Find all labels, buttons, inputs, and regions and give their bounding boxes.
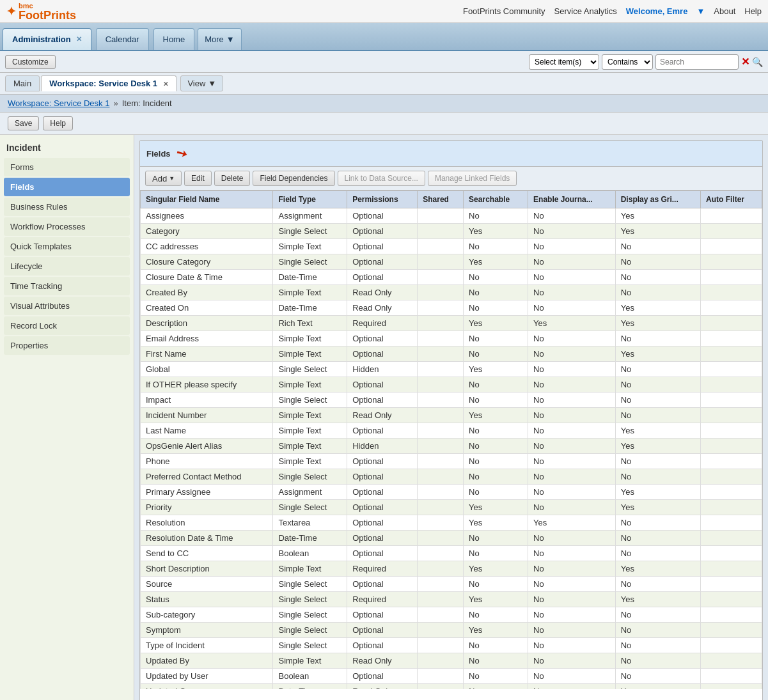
subtab-workspace[interactable]: Workspace: Service Desk 1 ✕	[41, 75, 176, 91]
add-dropdown-icon: ▼	[169, 175, 175, 182]
sidebar-item-record-lock[interactable]: Record Lock	[4, 316, 130, 335]
analytics-link[interactable]: Service Analytics	[554, 6, 617, 16]
tab-close-administration[interactable]: ✕	[76, 35, 82, 43]
manage-linked-button[interactable]: Manage Linked Fields	[428, 171, 517, 186]
table-row[interactable]: Updated OnDate-TimeRead OnlyNoNoYes	[141, 684, 762, 690]
col-shared: Shared	[418, 191, 464, 208]
table-row[interactable]: If OTHER please specifySimple TextOption…	[141, 377, 762, 393]
field-deps-button[interactable]: Field Dependencies	[253, 171, 334, 186]
subtab-main[interactable]: Main	[5, 75, 40, 91]
table-row[interactable]: Preferred Contact MethodSingle SelectOpt…	[141, 469, 762, 485]
table-header-row: Singular Field Name Field Type Permissio…	[141, 191, 762, 208]
search-input[interactable]	[655, 54, 739, 70]
col-journal: Enable Journa...	[528, 191, 616, 208]
tab-calendar[interactable]: Calendar	[96, 28, 149, 50]
table-row[interactable]: ImpactSingle SelectOptionalNoNoNo	[141, 393, 762, 408]
breadcrumb-link[interactable]: Workspace: Service Desk 1	[8, 98, 109, 108]
col-grid: Display as Gri...	[615, 191, 700, 208]
fields-title: Fields	[146, 149, 171, 159]
table-row[interactable]: StatusSingle SelectRequiredYesNoYes	[141, 592, 762, 607]
add-button[interactable]: Add ▼	[145, 171, 182, 186]
save-button[interactable]: Save	[8, 116, 39, 130]
table-row[interactable]: SymptomSingle SelectOptionalYesNoNo	[141, 623, 762, 638]
table-row[interactable]: Created OnDate-TimeRead OnlyNoNoYes	[141, 300, 762, 316]
col-filter: Auto Filter	[701, 191, 762, 208]
community-link[interactable]: FootPrints Community	[463, 6, 545, 16]
sidebar-item-quick-templates[interactable]: Quick Templates	[4, 237, 130, 256]
fields-header: Fields ➘	[140, 141, 762, 167]
table-row[interactable]: PhoneSimple TextOptionalNoNoNo	[141, 454, 762, 469]
table-row[interactable]: Short DescriptionSimple TextRequiredYesN…	[141, 561, 762, 577]
table-row[interactable]: DescriptionRich TextRequiredYesYesYes	[141, 316, 762, 331]
sidebar-item-workflow-processes[interactable]: Workflow Processes	[4, 217, 130, 236]
tab-more[interactable]: More ▼	[198, 28, 242, 50]
table-row[interactable]: CC addressesSimple TextOptionalNoNoNo	[141, 239, 762, 254]
welcome-dropdown-icon[interactable]: ▼	[696, 6, 705, 16]
subtab-close-workspace[interactable]: ✕	[163, 81, 168, 88]
table-row[interactable]: Send to CCBooleanOptionalNoNoNo	[141, 546, 762, 561]
col-field-name: Singular Field Name	[141, 191, 273, 208]
breadcrumb: Workspace: Service Desk 1 » Item: Incide…	[0, 95, 768, 113]
top-bar: ✦ bmc FootPrints FootPrints Community Se…	[0, 0, 768, 23]
sidebar-item-business-rules[interactable]: Business Rules	[4, 198, 130, 216]
view-dropdown-icon: ▼	[208, 79, 216, 88]
bmc-label: bmc	[19, 2, 76, 10]
main-content: Incident FormsFieldsBusiness RulesWorkfl…	[0, 135, 768, 700]
table-row[interactable]: Closure Date & TimeDate-TimeOptionalNoNo…	[141, 270, 762, 285]
search-select-dropdown[interactable]: Select item(s)	[529, 54, 599, 70]
table-row[interactable]: Last NameSimple TextOptionalNoNoYes	[141, 423, 762, 439]
sidebar-item-time-tracking[interactable]: Time Tracking	[4, 277, 130, 295]
table-row[interactable]: Closure CategorySingle SelectOptionalYes…	[141, 254, 762, 270]
table-row[interactable]: OpsGenie Alert AliasSimple TextHiddenNoN…	[141, 439, 762, 454]
table-row[interactable]: First NameSimple TextOptionalNoNoYes	[141, 346, 762, 362]
contains-dropdown[interactable]: Contains	[602, 54, 653, 70]
sub-tab-bar: Main Workspace: Service Desk 1 ✕ View ▼	[0, 73, 768, 95]
sidebar: Incident FormsFieldsBusiness RulesWorkfl…	[0, 135, 134, 700]
sidebar-item-fields[interactable]: Fields	[4, 178, 130, 196]
sidebar-item-lifecycle[interactable]: Lifecycle	[4, 257, 130, 276]
help-button[interactable]: Help	[43, 116, 73, 130]
breadcrumb-separator: »	[113, 98, 118, 108]
sidebar-item-properties[interactable]: Properties	[4, 336, 130, 355]
table-row[interactable]: AssigneesAssignmentOptionalNoNoYes	[141, 208, 762, 224]
help-link[interactable]: Help	[744, 6, 762, 16]
search-area: Select item(s) Contains ✕ 🔍	[529, 54, 763, 70]
logo: ✦ bmc FootPrints	[6, 2, 76, 21]
table-row[interactable]: CategorySingle SelectOptionalYesNoYes	[141, 224, 762, 239]
search-go-button[interactable]: 🔍	[752, 57, 763, 67]
table-row[interactable]: ResolutionTextareaOptionalYesYesNo	[141, 515, 762, 531]
fields-table-container: Singular Field Name Field Type Permissio…	[140, 191, 762, 689]
col-field-type: Field Type	[273, 191, 347, 208]
footprints-label: FootPrints	[19, 10, 76, 21]
search-clear-button[interactable]: ✕	[741, 56, 749, 68]
table-row[interactable]: Type of IncidentSingle SelectOptionalNoN…	[141, 638, 762, 653]
table-row[interactable]: Incident NumberSimple TextRead OnlyYesNo…	[141, 408, 762, 423]
subtab-view[interactable]: View ▼	[180, 75, 223, 91]
link-to-ds-button[interactable]: Link to Data Source...	[338, 171, 425, 186]
sidebar-item-forms[interactable]: Forms	[4, 158, 130, 176]
col-searchable: Searchable	[464, 191, 528, 208]
customize-button[interactable]: Customize	[5, 55, 56, 69]
tab-home[interactable]: Home	[153, 28, 195, 50]
table-row[interactable]: Updated by UserBooleanOptionalNoNoNo	[141, 669, 762, 684]
main-toolbar: Customize Select item(s) Contains ✕ 🔍	[0, 51, 768, 73]
edit-button[interactable]: Edit	[184, 171, 212, 186]
table-row[interactable]: SourceSingle SelectOptionalNoNoNo	[141, 577, 762, 592]
table-row[interactable]: GlobalSingle SelectHiddenYesNoNo	[141, 362, 762, 377]
more-dropdown-icon: ▼	[226, 35, 235, 44]
table-row[interactable]: Sub-categorySingle SelectOptionalNoNoNo	[141, 607, 762, 623]
table-row[interactable]: Resolution Date & TimeDate-TimeOptionalN…	[141, 531, 762, 546]
about-link[interactable]: About	[714, 6, 735, 16]
arrow-indicator: ➘	[173, 144, 190, 162]
table-row[interactable]: Email AddressSimple TextOptionalNoNoNo	[141, 331, 762, 346]
sidebar-item-visual-attributes[interactable]: Visual Attributes	[4, 297, 130, 315]
breadcrumb-current: Item: Incident	[122, 98, 172, 108]
table-row[interactable]: Updated BySimple TextRead OnlyNoNoNo	[141, 653, 762, 669]
table-row[interactable]: PrioritySingle SelectOptionalYesNoYes	[141, 500, 762, 515]
tab-administration[interactable]: Administration ✕	[3, 28, 91, 50]
table-row[interactable]: Created BySimple TextRead OnlyNoNoNo	[141, 285, 762, 300]
delete-button[interactable]: Delete	[214, 171, 251, 186]
welcome-link[interactable]: Welcome, Emre	[626, 6, 688, 16]
top-links: FootPrints Community Service Analytics W…	[463, 6, 762, 16]
table-row[interactable]: Primary AssigneeAssignmentOptionalNoNoYe…	[141, 485, 762, 500]
